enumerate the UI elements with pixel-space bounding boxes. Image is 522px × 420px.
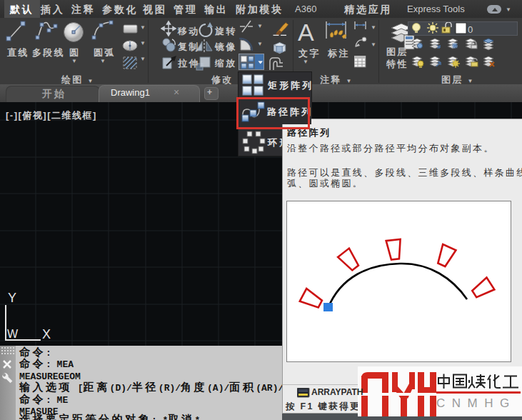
svg-text:Y: Y (8, 291, 16, 305)
svg-text:W: W (7, 328, 19, 340)
svg-text:X: X (42, 327, 51, 341)
